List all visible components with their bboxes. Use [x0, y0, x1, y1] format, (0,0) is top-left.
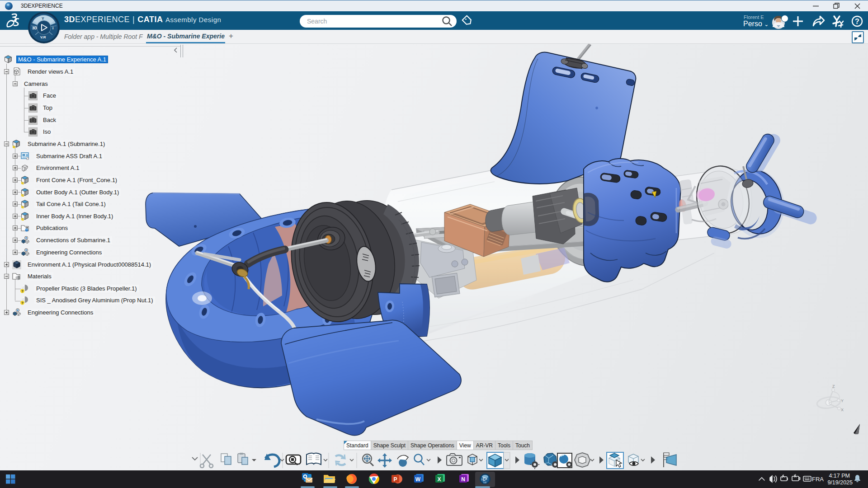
svg-text:3D: 3D — [481, 479, 484, 481]
svg-text:Y: Y — [42, 16, 44, 21]
svg-text:X: X — [841, 408, 844, 412]
svg-text:X: X — [437, 476, 441, 483]
svg-text:4:17 PM: 4:17 PM — [829, 473, 850, 479]
svg-text:P: P — [393, 476, 397, 483]
svg-text:Y: Y — [841, 399, 844, 403]
svg-text:?: ? — [855, 18, 859, 25]
svg-text:V.R: V.R — [483, 482, 487, 484]
svg-text:W: W — [415, 476, 421, 483]
svg-text:N: N — [461, 476, 465, 483]
svg-text:FRA: FRA — [812, 476, 824, 483]
svg-text:V.R: V.R — [40, 35, 46, 39]
svg-text:9/19/2025: 9/19/2025 — [827, 479, 853, 486]
svg-text:Z: Z — [832, 384, 835, 389]
